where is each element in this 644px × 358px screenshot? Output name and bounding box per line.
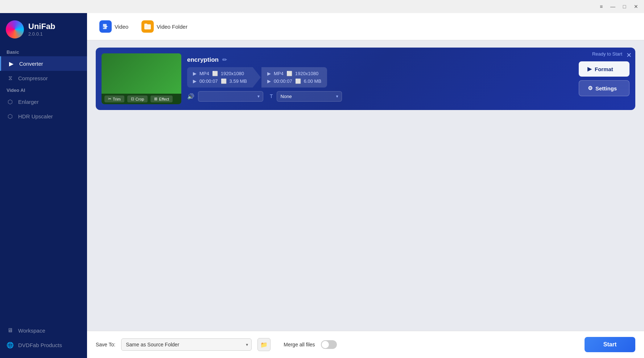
save-path-wrapper: Same as Source Folder — [121, 338, 252, 351]
effect-button[interactable]: ⊞ Effect — [150, 95, 173, 102]
video-title: encryption — [187, 56, 219, 64]
add-folder-button[interactable]: Video Folder — [138, 18, 191, 35]
toolbar: + Video Video Folder — [87, 13, 644, 40]
sidebar-item-hdr-upscaler[interactable]: ⬡ HDR Upscaler — [0, 109, 87, 123]
sidebar-item-enlarger[interactable]: ⬡ Enlarger — [0, 94, 87, 109]
minimize-button[interactable]: — — [608, 1, 618, 12]
sidebar-item-workspace[interactable]: 🖥 Workspace — [0, 323, 87, 338]
target-size-icon: ⬜ — [295, 78, 301, 84]
close-card-button[interactable]: ✕ — [626, 51, 632, 59]
video-info: encryption ✏ ▶ MP4 ⬜ 1920x1080 — [187, 56, 573, 102]
format-btn-label: Format — [595, 66, 613, 72]
hdr-icon: ⬡ — [7, 113, 14, 120]
target-duration: 00:00:07 — [274, 78, 292, 84]
source-res-icon: ⬜ — [212, 71, 218, 76]
app-version: 2.0.0.1 — [28, 31, 55, 37]
start-button[interactable]: Start — [585, 337, 635, 352]
target-format-row: ▶ MP4 ⬜ 1920x1080 — [267, 71, 321, 76]
effect-label: Effect — [159, 97, 169, 101]
source-format-row: ▶ MP4 ⬜ 1920x1080 — [193, 71, 247, 76]
workspace-icon: 🖥 — [7, 327, 14, 334]
app-name: UniFab — [28, 22, 55, 31]
content-area: ✂ Trim ⊡ Crop ⊞ Effect — [87, 40, 644, 331]
sidebar-item-dvdfab[interactable]: 🌐 DVDFab Products — [0, 338, 87, 352]
target-format-icon: ▶ — [267, 71, 271, 76]
source-duration: 00:00:07 — [199, 78, 218, 84]
audio-icon: 🔊 — [187, 93, 194, 100]
workspace-label: Workspace — [18, 328, 45, 334]
audio-select[interactable] — [198, 91, 263, 102]
save-path-select[interactable]: Same as Source Folder — [121, 338, 252, 351]
target-size: 6.00 MB — [304, 78, 321, 84]
sidebar-item-converter[interactable]: ▶ Converter — [0, 56, 87, 71]
thumbnail-preview — [102, 53, 181, 94]
crop-label: Crop — [136, 97, 144, 101]
add-folder-icon — [141, 20, 154, 33]
settings-button[interactable]: ⚙ Settings — [579, 80, 629, 96]
trim-label: Trim — [113, 97, 121, 101]
target-info: ▶ MP4 ⬜ 1920x1080 ▶ 00:00:07 ⬜ 6.00 MB — [261, 67, 327, 88]
add-folder-label: Video Folder — [157, 24, 187, 30]
format-button[interactable]: ▶ Format — [579, 61, 629, 77]
options-row: 🔊 T None — [187, 91, 573, 102]
compressor-icon: ⧖ — [7, 74, 14, 82]
ready-label: Ready to Start — [592, 51, 622, 57]
logo-icon — [6, 20, 24, 38]
app-layout: UniFab 2.0.0.1 Basic ▶ Converter ⧖ Compr… — [0, 13, 644, 358]
conversion-row: ▶ MP4 ⬜ 1920x1080 ▶ 00:00:07 ⬜ 3.59 MB — [187, 67, 573, 88]
source-format: MP4 — [199, 71, 209, 76]
audio-select-wrapper — [198, 91, 263, 102]
subtitle-select[interactable]: None — [277, 91, 342, 102]
trim-button[interactable]: ✂ Trim — [104, 95, 124, 102]
target-meta-row: ▶ 00:00:07 ⬜ 6.00 MB — [267, 78, 321, 84]
sidebar-item-compressor[interactable]: ⧖ Compressor — [0, 71, 87, 85]
folder-icon: 📁 — [260, 341, 268, 348]
close-button[interactable]: ✕ — [631, 1, 641, 12]
enlarger-label: Enlarger — [18, 99, 39, 105]
target-resolution: 1920x1080 — [295, 71, 318, 76]
merge-toggle[interactable] — [321, 340, 337, 349]
add-video-label: Video — [115, 24, 128, 30]
save-to-label: Save To: — [96, 342, 115, 347]
add-video-icon: + — [99, 20, 112, 33]
converter-label: Converter — [19, 61, 43, 67]
edit-icon[interactable]: ✏ — [222, 56, 227, 63]
source-dur-icon: ▶ — [193, 78, 197, 84]
source-resolution: 1920x1080 — [221, 71, 244, 76]
bottom-bar: Save To: Same as Source Folder 📁 Merge a… — [87, 331, 644, 358]
sidebar: UniFab 2.0.0.1 Basic ▶ Converter ⧖ Compr… — [0, 13, 87, 358]
browse-folder-button[interactable]: 📁 — [257, 338, 271, 351]
target-res-icon: ⬜ — [286, 71, 292, 76]
svg-text:+: + — [103, 25, 105, 29]
format-btn-icon: ▶ — [587, 66, 592, 72]
effect-icon: ⊞ — [154, 97, 157, 101]
main-content: + Video Video Folder — [87, 13, 644, 358]
add-video-button[interactable]: + Video — [96, 18, 132, 35]
enlarger-icon: ⬡ — [7, 98, 14, 105]
video-card: ✂ Trim ⊡ Crop ⊞ Effect — [96, 48, 635, 110]
svg-marker-1 — [106, 26, 108, 27]
crop-icon: ⊡ — [131, 97, 134, 101]
merge-label: Merge all files — [284, 342, 315, 347]
menu-button[interactable]: ≡ — [596, 1, 606, 12]
source-info: ▶ MP4 ⬜ 1920x1080 ▶ 00:00:07 ⬜ 3.59 MB — [187, 67, 253, 88]
source-size: 3.59 MB — [230, 78, 247, 84]
logo-text: UniFab 2.0.0.1 — [28, 22, 55, 36]
subtitle-icon: T — [270, 93, 273, 99]
target-format: MP4 — [274, 71, 284, 76]
settings-btn-label: Settings — [595, 85, 617, 91]
video-thumbnail: ✂ Trim ⊡ Crop ⊞ Effect — [102, 53, 181, 104]
compressor-label: Compressor — [18, 75, 48, 81]
source-meta-row: ▶ 00:00:07 ⬜ 3.59 MB — [193, 78, 247, 84]
video-ai-section-label: Video AI — [0, 85, 87, 94]
dvdfab-label: DVDFab Products — [18, 342, 62, 348]
titlebar: ≡ — □ ✕ — [0, 0, 644, 13]
hdr-label: HDR Upscaler — [18, 113, 53, 119]
converter-icon: ▶ — [8, 60, 15, 67]
dvdfab-icon: 🌐 — [7, 341, 14, 349]
maximize-button[interactable]: □ — [619, 1, 629, 12]
logo: UniFab 2.0.0.1 — [0, 13, 87, 47]
arrow-separator — [253, 67, 261, 88]
basic-section-label: Basic — [0, 47, 87, 56]
crop-button[interactable]: ⊡ Crop — [127, 95, 148, 102]
